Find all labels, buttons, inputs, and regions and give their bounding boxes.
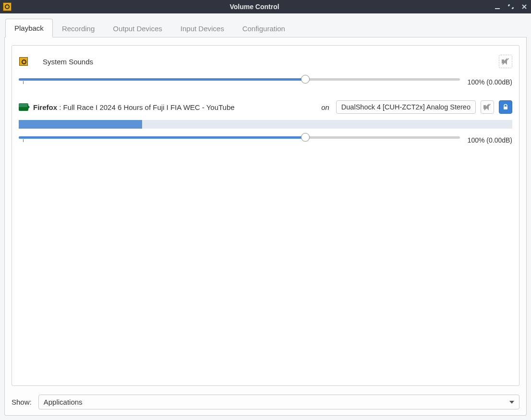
mute-icon xyxy=(502,58,509,65)
svg-rect-0 xyxy=(495,8,500,9)
window-controls xyxy=(494,3,528,11)
on-label: on xyxy=(321,103,329,111)
stream-header: System Sounds xyxy=(19,54,512,69)
close-button[interactable] xyxy=(520,3,528,11)
stream-header: Firefox : Full Race I 2024 6 Hours of Fu… xyxy=(19,100,512,114)
show-label: Show: xyxy=(12,398,32,406)
volume-value: 100% (0.00dB) xyxy=(467,78,512,86)
flag-icon xyxy=(19,102,28,112)
volume-slider-row: 100% (0.00dB) xyxy=(19,135,512,144)
tab-input-devices[interactable]: Input Devices xyxy=(171,19,233,37)
speaker-icon xyxy=(19,57,28,66)
lock-icon xyxy=(502,104,509,110)
tabbar: Playback Recording Output Devices Input … xyxy=(4,18,527,37)
lock-channels-button[interactable] xyxy=(499,100,512,114)
mute-button[interactable] xyxy=(481,100,494,114)
volume-value: 100% (0.00dB) xyxy=(467,136,512,144)
svg-rect-1 xyxy=(504,107,507,109)
mute-icon xyxy=(483,104,491,110)
window-content: Playback Recording Output Devices Input … xyxy=(0,13,531,420)
app-name: Firefox xyxy=(33,103,57,111)
show-filter-value: Applications xyxy=(44,398,83,406)
volume-slider[interactable] xyxy=(19,77,460,86)
show-filter-select[interactable]: Applications xyxy=(38,395,519,409)
tab-configuration[interactable]: Configuration xyxy=(233,19,294,37)
stream-system-sounds: System Sounds 100% (0.00dB) xyxy=(19,54,512,86)
stream-name: Firefox : Full Race I 2024 6 Hours of Fu… xyxy=(33,103,235,111)
chevron-down-icon xyxy=(509,401,514,404)
stream-title: : Full Race I 2024 6 Hours of Fuji I FIA… xyxy=(57,103,235,111)
footer: Show: Applications xyxy=(5,391,526,415)
volume-slider-row: 100% (0.00dB) xyxy=(19,77,512,86)
output-device-select[interactable]: DualShock 4 [CUH-ZCT2x] Analog Stereo xyxy=(336,100,476,114)
tab-output-devices[interactable]: Output Devices xyxy=(104,19,171,37)
stream-name: System Sounds xyxy=(43,58,93,66)
vu-meter xyxy=(19,120,512,129)
tab-panel-playback: System Sounds 100% (0.00dB) xyxy=(4,37,527,416)
maximize-button[interactable] xyxy=(507,3,515,11)
volume-slider[interactable] xyxy=(19,135,460,144)
tab-playback[interactable]: Playback xyxy=(5,19,53,37)
titlebar: Volume Control xyxy=(0,0,531,13)
app-icon xyxy=(3,2,12,11)
minimize-button[interactable] xyxy=(494,3,501,11)
mute-button[interactable] xyxy=(499,55,512,68)
window-title: Volume Control xyxy=(15,3,494,11)
streams-list: System Sounds 100% (0.00dB) xyxy=(12,45,519,386)
tab-recording[interactable]: Recording xyxy=(53,19,104,37)
stream-firefox: Firefox : Full Race I 2024 6 Hours of Fu… xyxy=(19,100,512,144)
